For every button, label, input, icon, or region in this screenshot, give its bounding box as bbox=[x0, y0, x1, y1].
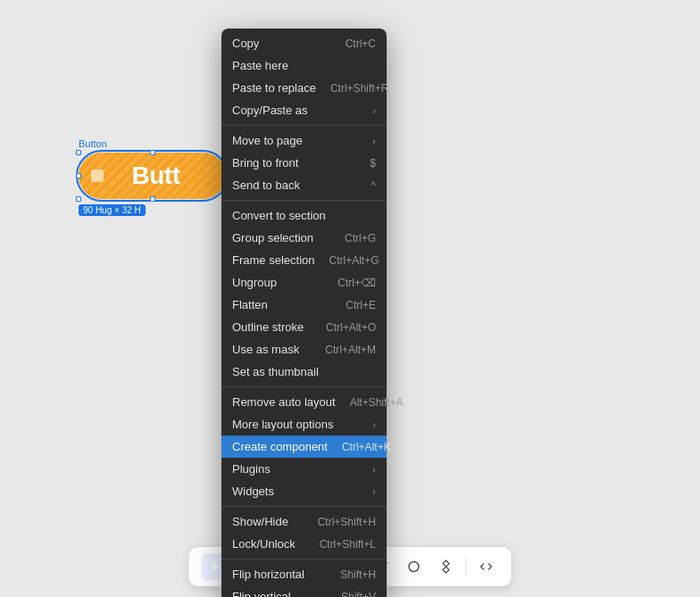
handle-tm bbox=[150, 150, 155, 155]
menu-item-flip-vertical-shortcut: Shift+V bbox=[341, 591, 376, 598]
menu-item-widgets-label: Widgets bbox=[232, 485, 274, 498]
menu-item-more-layout-options[interactable]: More layout options › bbox=[221, 413, 387, 435]
menu-item-use-as-mask-shortcut: Ctrl+Alt+M bbox=[325, 344, 376, 356]
canvas-button[interactable]: Butt bbox=[79, 153, 226, 199]
menu-item-lock-unlock[interactable]: Lock/Unlock Ctrl+Shift+L bbox=[221, 533, 387, 555]
menu-item-plugins-arrow: › bbox=[372, 464, 376, 475]
menu-item-more-layout-options-arrow: › bbox=[372, 419, 376, 430]
menu-item-send-to-back-shortcut: ^ bbox=[371, 179, 376, 192]
menu-item-flatten-shortcut: Ctrl+E bbox=[346, 299, 376, 311]
menu-item-outline-stroke-shortcut: Ctrl+Alt+O bbox=[326, 321, 376, 334]
menu-item-show-hide-label: Show/Hide bbox=[232, 515, 288, 528]
menu-item-create-component-shortcut: Ctrl+Alt+K bbox=[342, 441, 391, 453]
canvas-element-wrapper: Button Butt 90 Hug × 32 H bbox=[79, 138, 226, 216]
menu-item-set-as-thumbnail-label: Set as thumbnail bbox=[232, 365, 319, 378]
menu-item-plugins-label: Plugins bbox=[232, 462, 271, 476]
context-menu: Copy Ctrl+C Paste here Paste to replace … bbox=[221, 29, 387, 597]
menu-item-create-component[interactable]: Create component Ctrl+Alt+K bbox=[221, 435, 387, 458]
ellipse-tool-button[interactable] bbox=[400, 553, 429, 580]
menu-item-ungroup[interactable]: Ungroup Ctrl+⌫ bbox=[221, 271, 387, 294]
menu-item-paste-here-label: Paste here bbox=[232, 59, 288, 72]
menu-item-use-as-mask[interactable]: Use as mask Ctrl+Alt+M bbox=[221, 338, 387, 361]
menu-item-group-selection[interactable]: Group selection Ctrl+G bbox=[221, 227, 387, 249]
menu-item-flatten[interactable]: Flatten Ctrl+E bbox=[221, 294, 387, 316]
menu-item-copy[interactable]: Copy Ctrl+C bbox=[221, 32, 387, 54]
menu-item-copy-label: Copy bbox=[232, 37, 259, 50]
menu-item-group-selection-label: Group selection bbox=[232, 231, 313, 245]
menu-item-show-hide-shortcut: Ctrl+Shift+H bbox=[318, 516, 376, 528]
menu-item-outline-stroke[interactable]: Outline stroke Ctrl+Alt+O bbox=[221, 316, 387, 338]
menu-item-flatten-label: Flatten bbox=[232, 298, 268, 311]
menu-item-move-to-page-label: Move to page bbox=[232, 134, 303, 147]
menu-item-group-selection-shortcut: Ctrl+G bbox=[345, 232, 376, 245]
menu-item-plugins[interactable]: Plugins › bbox=[221, 458, 387, 480]
component-icon bbox=[439, 560, 454, 574]
canvas: Button Butt 90 Hug × 32 H Copy Ctrl+C Pa… bbox=[0, 0, 700, 597]
canvas-element-label: Button bbox=[79, 138, 107, 149]
menu-item-paste-to-replace-label: Paste to replace bbox=[232, 81, 316, 95]
menu-item-bring-to-front-shortcut: $ bbox=[370, 157, 376, 170]
menu-item-send-to-back[interactable]: Send to back ^ bbox=[221, 174, 387, 196]
handle-ml bbox=[76, 173, 81, 178]
menu-item-lock-unlock-shortcut: Ctrl+Shift+L bbox=[320, 538, 376, 551]
canvas-button-size: 90 Hug × 32 H bbox=[79, 204, 146, 216]
menu-item-show-hide[interactable]: Show/Hide Ctrl+Shift+H bbox=[221, 510, 387, 533]
menu-item-widgets[interactable]: Widgets › bbox=[221, 480, 387, 502]
menu-item-remove-auto-layout-shortcut: Alt+Shift+A bbox=[350, 396, 404, 409]
menu-item-paste-to-replace-shortcut: Ctrl+Shift+R bbox=[330, 82, 388, 95]
menu-item-copy-shortcut: Ctrl+C bbox=[346, 37, 376, 50]
circle-icon bbox=[407, 560, 421, 574]
menu-item-lock-unlock-label: Lock/Unlock bbox=[232, 537, 296, 551]
code-icon bbox=[479, 560, 494, 574]
menu-item-bring-to-front-label: Bring to front bbox=[232, 156, 298, 170]
button-icon-indicator bbox=[91, 170, 104, 182]
menu-item-paste-here[interactable]: Paste here bbox=[221, 54, 387, 77]
menu-item-use-as-mask-label: Use as mask bbox=[232, 343, 299, 356]
code-tool-button[interactable] bbox=[472, 553, 501, 580]
menu-item-bring-to-front[interactable]: Bring to front $ bbox=[221, 152, 387, 174]
menu-item-create-component-label: Create component bbox=[232, 440, 328, 453]
divider-4 bbox=[221, 506, 387, 507]
menu-item-paste-to-replace[interactable]: Paste to replace Ctrl+Shift+R bbox=[221, 77, 387, 99]
menu-item-widgets-arrow: › bbox=[372, 486, 376, 497]
component-tool-button[interactable] bbox=[432, 553, 461, 580]
menu-item-copy-paste-as-label: Copy/Paste as bbox=[232, 104, 308, 117]
toolbar-divider bbox=[466, 558, 467, 576]
menu-item-copy-paste-as[interactable]: Copy/Paste as › bbox=[221, 99, 387, 121]
menu-item-convert-to-section[interactable]: Convert to section bbox=[221, 204, 387, 227]
menu-item-more-layout-options-label: More layout options bbox=[232, 418, 333, 431]
menu-item-remove-auto-layout[interactable]: Remove auto layout Alt+Shift+A bbox=[221, 391, 387, 413]
divider-5 bbox=[221, 559, 387, 560]
menu-item-move-to-page[interactable]: Move to page › bbox=[221, 129, 387, 152]
menu-item-ungroup-label: Ungroup bbox=[232, 276, 277, 289]
menu-item-frame-selection-label: Frame selection bbox=[232, 253, 314, 267]
svg-point-6 bbox=[409, 562, 419, 572]
menu-item-flip-horizontal-shortcut: Shift+H bbox=[340, 568, 376, 581]
menu-item-set-as-thumbnail[interactable]: Set as thumbnail bbox=[221, 361, 387, 383]
menu-item-outline-stroke-label: Outline stroke bbox=[232, 320, 304, 334]
menu-item-flip-horizontal[interactable]: Flip horizontal Shift+H bbox=[221, 563, 387, 585]
menu-item-flip-vertical-label: Flip vertical bbox=[232, 590, 291, 597]
menu-item-move-to-page-arrow: › bbox=[372, 136, 376, 146]
menu-item-flip-horizontal-label: Flip horizontal bbox=[232, 568, 304, 581]
menu-item-frame-selection-shortcut: Ctrl+Alt+G bbox=[329, 254, 379, 267]
menu-item-copy-paste-as-arrow: › bbox=[372, 105, 376, 116]
menu-item-ungroup-shortcut: Ctrl+⌫ bbox=[338, 277, 376, 289]
menu-item-send-to-back-label: Send to back bbox=[232, 178, 300, 192]
menu-item-convert-to-section-label: Convert to section bbox=[232, 209, 326, 222]
handle-tl bbox=[76, 150, 81, 155]
handle-bm bbox=[150, 196, 155, 202]
handle-bl bbox=[76, 196, 81, 202]
menu-item-flip-vertical[interactable]: Flip vertical Shift+V bbox=[221, 585, 387, 597]
divider-3 bbox=[221, 386, 387, 387]
divider-2 bbox=[221, 200, 387, 201]
menu-item-frame-selection[interactable]: Frame selection Ctrl+Alt+G bbox=[221, 249, 387, 271]
menu-item-remove-auto-layout-label: Remove auto layout bbox=[232, 395, 336, 409]
divider-1 bbox=[221, 125, 387, 126]
